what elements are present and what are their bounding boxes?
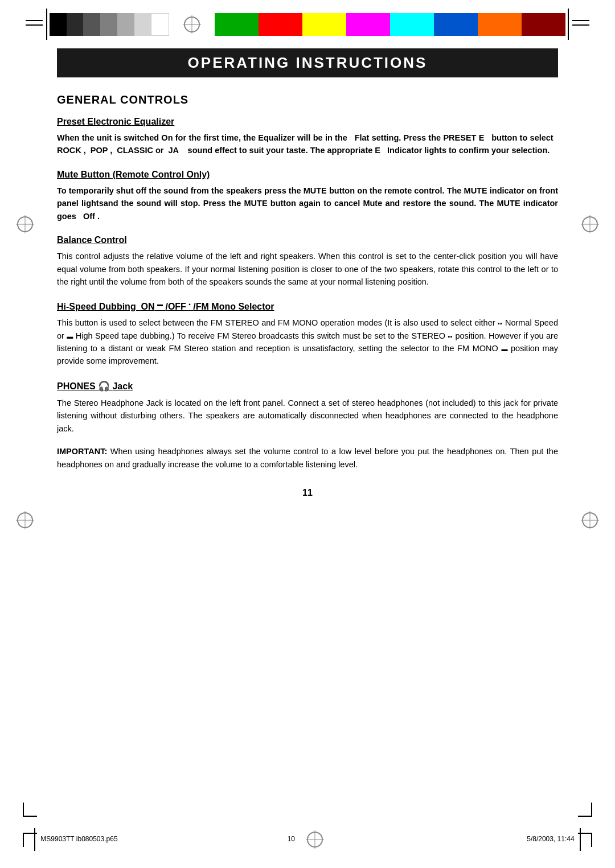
corner-tl (23, 833, 37, 847)
right-crosshair-2 (577, 512, 602, 528)
top-mark-line (572, 24, 589, 26)
color-bar-darkred (522, 13, 565, 36)
subsection-balance-control: Balance Control This control adjusts the… (57, 235, 558, 288)
footer-right-text: 5/8/2003, 11:44 (399, 828, 581, 851)
headphone-icon: 🎧 (98, 381, 110, 392)
mute-button-body: To temporarily shut off the sound from t… (57, 184, 558, 223)
footer-crosshair (307, 832, 323, 848)
page-number: 11 (57, 488, 558, 498)
footer-page-num: 10 (288, 835, 295, 843)
subsection-preset-equalizer: Preset Electronic Equalizer When the uni… (57, 117, 558, 157)
color-bar-green (215, 13, 259, 36)
section-title-general-controls: GENERAL CONTROLS (57, 93, 558, 106)
gray-bar-1 (50, 13, 67, 36)
color-bar-blue (434, 13, 478, 36)
page: OPERATING INSTRUCTIONS GENERAL CONTROLS … (0, 0, 615, 868)
subsection-title-balance: Balance Control (57, 235, 558, 245)
phones-jack-body: The Stereo Headphone Jack is located on … (57, 397, 558, 435)
phones-jack-important: IMPORTANT: When using headphones always … (57, 445, 558, 471)
top-mark-line (26, 24, 43, 26)
gray-bar-3 (83, 13, 100, 36)
center-crosshair (184, 17, 200, 32)
grayscale-bars (50, 13, 169, 36)
gray-bar-2 (67, 13, 84, 36)
footer: MS9903TT ib080503.p65 10 5/8/2003, 11:44 (0, 828, 615, 851)
color-bars (215, 13, 565, 36)
left-crosshair-2 (13, 512, 38, 528)
vertical-line-right (568, 9, 569, 40)
subsection-title-mute: Mute Button (Remote Control Only) (57, 170, 558, 180)
subsection-title-hi-speed: Hi-Speed Dubbing ON ▬ /OFF ▪ /FM Mono Se… (57, 301, 558, 312)
color-bar-orange (478, 13, 522, 36)
gray-bar-7 (151, 13, 169, 36)
footer-model: MS9903TT ib080503.p65 (40, 835, 117, 843)
preset-equalizer-body: When the unit is switched On for the fir… (57, 131, 558, 157)
top-mark-line (26, 20, 43, 21)
hi-speed-body: This button is used to select between th… (57, 316, 558, 368)
corner-br (578, 803, 592, 817)
page-title: OPERATING INSTRUCTIONS (68, 54, 547, 72)
footer-center: 10 (216, 832, 399, 848)
subsection-mute-button: Mute Button (Remote Control Only) To tem… (57, 170, 558, 223)
gray-bar-6 (134, 13, 151, 36)
gray-bar-5 (117, 13, 134, 36)
balance-control-body: This control adjusts the relative volume… (57, 250, 558, 288)
footer-date: 5/8/2003, 11:44 (527, 835, 574, 843)
vertical-line-left (46, 9, 47, 40)
subsection-title-preset: Preset Electronic Equalizer (57, 117, 558, 127)
corner-tr (578, 833, 592, 847)
subsection-title-phones: PHONES 🎧 Jack (57, 380, 558, 392)
footer-left-text: MS9903TT ib080503.p65 (34, 828, 216, 851)
subsection-hi-speed-dubbing: Hi-Speed Dubbing ON ▬ /OFF ▪ /FM Mono Se… (57, 301, 558, 368)
color-bar-yellow (302, 13, 346, 36)
corner-bl (23, 803, 37, 817)
gray-bar-4 (100, 13, 117, 36)
color-bar-cyan (390, 13, 434, 36)
top-strip (0, 0, 615, 43)
title-banner: OPERATING INSTRUCTIONS (57, 48, 558, 77)
left-crosshair (13, 216, 38, 232)
right-crosshair (577, 216, 602, 232)
main-content: OPERATING INSTRUCTIONS GENERAL CONTROLS … (0, 43, 615, 532)
color-bar-red (259, 13, 302, 36)
subsection-phones-jack: PHONES 🎧 Jack The Stereo Headphone Jack … (57, 380, 558, 471)
top-mark-line (572, 20, 589, 21)
color-bar-magenta (346, 13, 390, 36)
